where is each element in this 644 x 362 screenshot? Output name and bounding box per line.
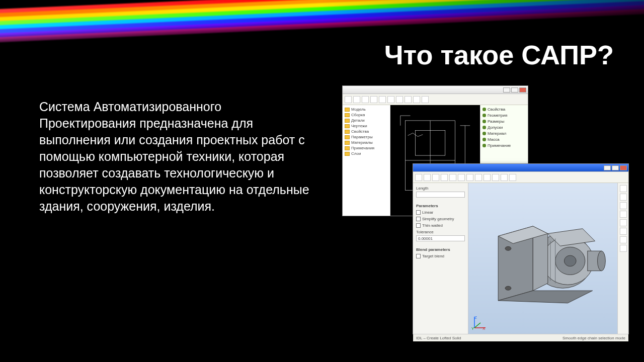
- tool-icon: [415, 174, 422, 181]
- svg-point-14: [564, 255, 576, 266]
- tool-icon: [620, 185, 627, 192]
- maximize-icon: [612, 165, 619, 170]
- parameters-panel: Length Parameters Linear Simplify geomet…: [413, 183, 468, 334]
- tool-icon: [413, 96, 420, 103]
- close-icon: [519, 87, 526, 93]
- tool-icon: [620, 228, 627, 235]
- checkbox-label: Linear: [422, 210, 433, 215]
- cad-3d-screenshot: Length Parameters Linear Simplify geomet…: [413, 163, 629, 334]
- window-titlebar: [343, 86, 528, 94]
- tool-icon: [509, 174, 516, 181]
- field-label: Length: [416, 186, 465, 191]
- tool-icon: [424, 174, 431, 181]
- svg-point-19: [505, 286, 511, 290]
- tree-node: Слои: [351, 151, 361, 156]
- maximize-icon: [511, 87, 518, 93]
- tool-icon: [370, 96, 377, 103]
- tool-icon: [362, 96, 369, 103]
- model-tree: Модель Сборка Детали Чертежи Свойства Па…: [343, 105, 390, 216]
- axis-triad: Z Y X: [471, 314, 489, 331]
- panel-section: Parameters: [416, 204, 465, 208]
- tool-icon: [449, 174, 456, 181]
- tool-icon: [345, 96, 352, 103]
- tool-icon: [620, 236, 627, 243]
- prop-row: Геометрия: [488, 113, 507, 118]
- illustrations: Модель Сборка Детали Чертежи Свойства Па…: [342, 85, 624, 342]
- prop-row: Размеры: [488, 119, 504, 124]
- 3d-viewport: Z Y X: [468, 183, 617, 334]
- tolerance-value: 0.00001: [418, 236, 433, 241]
- prop-row: Масса: [488, 137, 500, 142]
- tool-icon: [620, 219, 627, 226]
- tool-icon: [353, 96, 360, 103]
- prop-row: Материал: [488, 131, 506, 136]
- tool-icon: [492, 174, 499, 181]
- tool-icon: [501, 174, 508, 181]
- minimize-icon: [604, 165, 611, 170]
- tool-icon: [441, 174, 448, 181]
- prop-row: Допуски: [488, 125, 503, 130]
- panel-section: Blend parameters: [416, 247, 465, 252]
- axis-y-label: Y: [471, 326, 474, 331]
- axis-z-label: Z: [474, 315, 477, 320]
- prop-row: Примечание: [488, 143, 511, 148]
- tool-icon: [475, 174, 482, 181]
- tool-icon: [620, 194, 627, 201]
- tool-icon: [379, 96, 386, 103]
- checkbox-label: Target blend: [422, 254, 444, 258]
- checkbox-label: Simplify geometry: [422, 217, 454, 221]
- status-right: Smooth edge chain selection mode: [562, 336, 625, 340]
- right-toolbar: [617, 183, 628, 334]
- tree-node: Чертежи: [351, 124, 367, 128]
- tree-node: Параметры: [351, 135, 373, 139]
- tree-node: Материалы: [351, 140, 373, 145]
- axis-x-label: X: [482, 326, 485, 331]
- tool-icon: [387, 96, 394, 103]
- svg-line-28: [474, 323, 480, 328]
- svg-point-25: [598, 251, 606, 270]
- length-field: [416, 192, 465, 198]
- tool-icon: [396, 96, 403, 103]
- tolerance-field: 0.00001: [416, 235, 465, 241]
- tree-node: Свойства: [351, 129, 369, 134]
- window-titlebar: [413, 164, 628, 172]
- status-left: IDL – Create Lofted Solid: [416, 336, 461, 340]
- tree-node: Примечания: [351, 146, 374, 150]
- tool-icon: [484, 174, 491, 181]
- tool-icon: [620, 202, 627, 209]
- tool-icon: [620, 211, 627, 218]
- prop-row: Свойства: [488, 107, 505, 112]
- tool-icon: [432, 174, 439, 181]
- close-icon: [620, 165, 627, 170]
- tree-node: Модель: [351, 107, 366, 112]
- window-toolbar: [413, 172, 628, 183]
- checkbox-label: Thin-walled: [422, 223, 443, 228]
- minimize-icon: [503, 87, 510, 93]
- status-bar: IDL – Create Lofted Solid Smooth edge ch…: [413, 334, 628, 341]
- slide-title: Что такое САПР?: [384, 39, 614, 70]
- tool-icon: [620, 245, 627, 252]
- tool-icon: [422, 96, 429, 103]
- slide: Что такое САПР? Система Автоматизированн…: [0, 0, 644, 362]
- svg-point-18: [505, 246, 511, 250]
- tool-icon: [405, 96, 412, 103]
- tree-node: Сборка: [351, 113, 365, 117]
- tool-icon: [466, 174, 473, 181]
- tool-icon: [458, 174, 465, 181]
- tree-node: Детали: [351, 118, 365, 123]
- field-label: Tolerance: [416, 230, 465, 234]
- slide-body: Система Автоматизированного Проектирован…: [39, 99, 321, 215]
- window-toolbar: [343, 94, 528, 105]
